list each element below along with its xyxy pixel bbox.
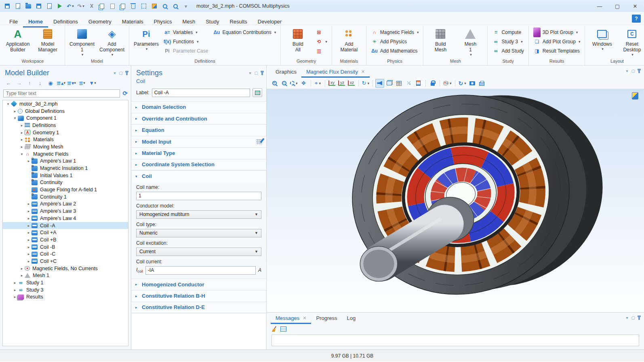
help-button[interactable]: ? <box>632 15 641 23</box>
ribbon-delete-sequence-button[interactable]: ▥ <box>313 47 329 55</box>
graphics-tab-magnetic-flux-density[interactable]: Magnetic Flux Density✕ <box>301 66 370 78</box>
panel-maximize-icon[interactable]: ▢ <box>255 71 258 75</box>
panel-menu-caret-icon[interactable]: ▾ <box>114 71 116 75</box>
nav-back-icon[interactable]: ← <box>4 79 13 87</box>
view-xz-icon[interactable]: xz <box>347 79 356 88</box>
ribbon-compute-button[interactable]: =Compute <box>490 28 526 36</box>
tree-item-coil-c[interactable]: ▸Coil -C <box>3 250 128 258</box>
show-icon[interactable]: ◉ <box>46 79 55 87</box>
copy-button[interactable] <box>97 2 107 11</box>
expand-icon[interactable]: ▸ <box>12 295 18 299</box>
filter-icon[interactable]: ▼▾ <box>88 79 97 87</box>
expand-icon[interactable]: ▸ <box>26 202 32 206</box>
run-button[interactable] <box>55 2 65 11</box>
expand-icon[interactable]: ▸ <box>12 281 18 285</box>
view-yz-icon[interactable]: yz <box>337 79 346 88</box>
ribbon-rebuild-button[interactable]: ⟲▾ <box>313 38 329 46</box>
panel-menu-caret-icon[interactable]: ▾ <box>626 69 628 73</box>
expand-icon[interactable]: ▸ <box>19 273 25 277</box>
expand-icon[interactable]: ▸ <box>12 109 18 113</box>
section-coordinate-system-selection[interactable]: ▸Coordinate System Selection <box>131 159 266 171</box>
collapse-all-icon[interactable]: ≣▾▾ <box>67 79 76 87</box>
ribbon-equation-contributions-button[interactable]: ΔuEquation Contributions▾ <box>211 28 278 36</box>
section-homogenized-conductor[interactable]: ▸Homogenized Conductor <box>131 279 266 290</box>
tree-item-materials[interactable]: ▸Materials <box>3 136 128 143</box>
comsol-logo-button[interactable] <box>2 2 12 11</box>
close-button[interactable]: ✕ <box>626 0 644 12</box>
section-override-and-contribution[interactable]: ▸Override and Contribution <box>131 113 266 125</box>
coil-current-input[interactable] <box>145 266 256 275</box>
tree-item-gauge-fixing-for-a-field-1[interactable]: Gauge Fixing for A-field 1 <box>3 186 128 193</box>
tree-item-study-1[interactable]: ▸Study 1 <box>3 279 128 286</box>
draw-button[interactable] <box>149 2 159 11</box>
tree-item-continuity[interactable]: Continuity <box>3 179 128 186</box>
tree-item-initial-values-1[interactable]: Initial Values 1 <box>3 172 128 179</box>
ribbon-variables-button[interactable]: a=Variables▾ <box>162 28 210 36</box>
ribbon-model-manager-button[interactable]: Model Manager <box>33 27 62 57</box>
zoom-box-icon[interactable]: ▾ <box>289 79 299 88</box>
tree-item-moving-mesh[interactable]: ▸Moving Mesh <box>3 143 128 150</box>
panel-pin-icon[interactable] <box>261 71 263 75</box>
tree-item-amp-re-s-law-1[interactable]: ▸Ampère's Law 1 <box>3 158 128 165</box>
node-group-icon[interactable]: ≣▾ <box>78 79 86 87</box>
tree-item-magnetic-fields[interactable]: ▾Magnetic Fields <box>3 150 128 158</box>
collapse-icon[interactable]: ▾ <box>19 152 25 156</box>
tree-item-global-definitions[interactable]: ▸Global Definitions <box>3 108 128 115</box>
ribbon-magnetic-fields-button[interactable]: ∩Magnetic Fields▾ <box>369 28 421 36</box>
expand-icon[interactable]: ▸ <box>26 231 32 235</box>
tree-item-coil-c[interactable]: ▸Coil +C <box>3 258 128 265</box>
color-theme-icon[interactable]: ▾ <box>442 79 452 88</box>
clear-messages-icon[interactable] <box>271 326 277 332</box>
tree-item-magnetic-fields-no-currents[interactable]: ▸Magnetic Fields, No Currents <box>3 265 128 272</box>
tree-item-coil-a[interactable]: ▸Coil -A <box>3 222 128 229</box>
refresh-icon[interactable]: ⟳ <box>122 90 128 97</box>
paste-button[interactable] <box>107 2 117 11</box>
motor-3d-plot[interactable] <box>267 89 644 312</box>
tree-filter-input[interactable] <box>3 89 120 97</box>
view-xy-icon[interactable]: xy <box>328 79 337 88</box>
lock-icon[interactable] <box>428 79 437 88</box>
redo-button[interactable]: ↷▾ <box>76 2 86 11</box>
graphics-canvas[interactable] <box>267 89 644 312</box>
ribbon-insert-sequence-button[interactable]: ⊞ <box>313 28 329 36</box>
messages-output[interactable] <box>271 334 639 346</box>
expand-icon[interactable]: ▸ <box>26 224 32 228</box>
rename-button[interactable] <box>253 88 262 97</box>
maximize-button[interactable]: ▢ <box>608 0 626 12</box>
label-input[interactable] <box>152 89 250 97</box>
ribbon-windows-button[interactable]: Windows▾ <box>587 27 617 57</box>
messages-tab-progress[interactable]: Progress <box>311 313 342 324</box>
collapse-icon[interactable]: ▾ <box>5 102 11 106</box>
collapse-icon[interactable]: ▾ <box>12 116 18 120</box>
nav-forward-icon[interactable]: → <box>15 79 23 87</box>
panel-maximize-icon[interactable]: ▢ <box>631 315 635 320</box>
menu-tab-definitions[interactable]: Definitions <box>48 16 83 28</box>
coil-type-select[interactable]: Numeric▼ <box>136 229 261 237</box>
tree-item-magnetic-insulation-1[interactable]: Magnetic Insulation 1 <box>3 165 128 172</box>
expand-icon[interactable]: ▸ <box>26 245 32 249</box>
expand-icon[interactable]: ▸ <box>19 267 25 271</box>
ribbon-add-plot-group-button[interactable]: ❏Add Plot Group▾ <box>531 38 583 46</box>
snapshot-icon[interactable] <box>468 79 477 88</box>
ribbon-reset-desktop-button[interactable]: CReset Desktop▾ <box>617 27 644 57</box>
graphics-tab-graphics[interactable]: Graphics <box>271 66 301 78</box>
menu-tab-results[interactable]: Results <box>224 16 252 28</box>
menu-tab-materials[interactable]: Materials <box>117 16 149 28</box>
section-constitutive-relation-d-e[interactable]: ▸Constitutive Relation D-E <box>131 302 266 313</box>
expand-icon[interactable]: ▸ <box>26 238 32 242</box>
expand-icon[interactable]: ▸ <box>12 288 18 292</box>
close-tab-icon[interactable]: ✕ <box>361 69 365 74</box>
edit-model-input-icon[interactable] <box>256 139 262 144</box>
ribbon-add-component-button[interactable]: ◈Add Component▾ <box>97 27 126 57</box>
transparency-icon[interactable] <box>385 79 394 88</box>
menu-tab-physics[interactable]: Physics <box>149 16 177 28</box>
find-replace-button[interactable] <box>170 2 180 11</box>
tree-item-component-1[interactable]: ▾Component 1 <box>3 114 128 122</box>
find-button[interactable] <box>160 2 170 11</box>
tree-item-amp-re-s-law-2[interactable]: ▸Ampère's Law 2 <box>3 201 128 208</box>
tree-item-coil-b[interactable]: ▸Coil +B <box>3 236 128 243</box>
expand-icon[interactable]: ▸ <box>26 259 32 263</box>
conductor-model-select[interactable]: Homogenized multiturn▼ <box>136 210 261 219</box>
ribbon-build-mesh-button[interactable]: Build Mesh <box>426 27 455 57</box>
ribbon-functions-button[interactable]: f(x)Functions▾ <box>162 38 210 46</box>
